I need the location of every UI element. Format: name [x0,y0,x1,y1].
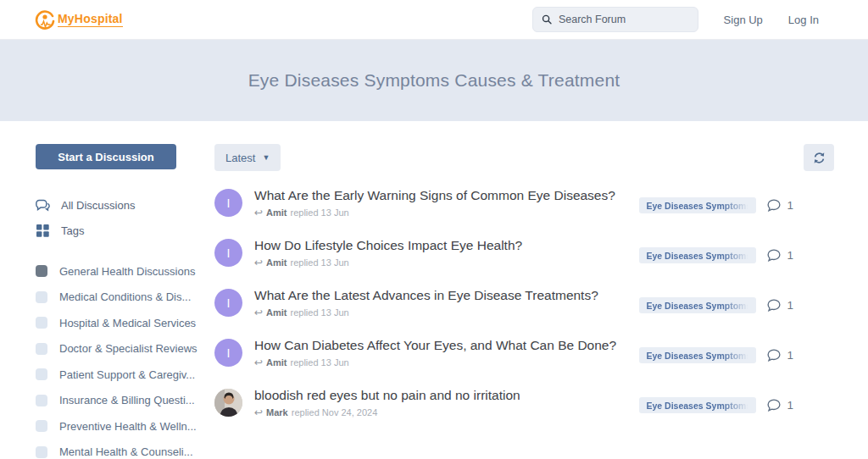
category-label: Preventive Health & Welln... [59,420,197,433]
avatar-letter: I [227,346,231,360]
comment-count[interactable]: 1 [767,249,793,262]
discussion-link[interactable]: How Can Diabetes Affect Your Eyes, and W… [242,338,639,368]
chevron-down-icon: ▼ [262,153,270,162]
replier-name: Amit [266,207,287,218]
search-input[interactable] [559,14,689,25]
page-title: Eye Diseases Symptoms Causes & Treatment [248,70,620,91]
sidebar-item-insurance-billing[interactable]: Insurance & Billing Questi... [36,388,209,414]
tag-badge[interactable]: Eye Diseases Symptoms Causes & Treatment [639,397,756,413]
discussion-meta: ↩ Amit replied 13 Jun [254,307,639,318]
discussion-link[interactable]: bloodish red eyes but no pain and no irr… [242,388,639,418]
comment-count[interactable]: 1 [767,349,793,362]
discussion-title: What Are the Latest Advances in Eye Dise… [254,288,639,303]
comment-bubble-icon [767,249,781,262]
tag-badge[interactable]: Eye Diseases Symptoms Causes & Treatment [639,347,756,363]
discussion-link[interactable]: How Do Lifestyle Choices Impact Eye Heal… [242,238,639,268]
discussion-list: I What Are the Early Warning Signs of Co… [214,188,834,418]
replied-time: replied 13 Jun [291,357,349,368]
tag-badge[interactable]: Eye Diseases Symptoms Causes & Treatment [639,247,756,263]
sidebar-item-tags[interactable]: Tags [36,218,209,243]
comment-count-value: 1 [787,349,793,362]
tag-swatch [36,265,47,277]
category-label: Insurance & Billing Questi... [59,394,195,406]
discussion-meta: ↩ Mark replied Nov 24, 2024 [254,406,639,418]
category-label: Mental Health & Counseli... [59,445,193,458]
tag-swatch [36,317,47,329]
comment-count[interactable]: 1 [767,199,793,212]
category-label: Doctor & Specialist Reviews [59,342,198,355]
start-discussion-button[interactable]: Start a Discussion [36,144,176,169]
discussion-title: How Can Diabetes Affect Your Eyes, and W… [254,338,639,353]
tag-swatch [36,291,47,303]
discussion-link[interactable]: What Are the Latest Advances in Eye Dise… [242,288,639,318]
reply-icon: ↩ [254,406,263,418]
discussion-side: Eye Diseases Symptoms Causes & Treatment… [639,392,834,418]
tag-badge[interactable]: Eye Diseases Symptoms Causes & Treatment [639,197,756,213]
tag-swatch [36,446,47,458]
discussion-side: Eye Diseases Symptoms Causes & Treatment… [639,292,834,318]
comment-bubble-icon [767,199,781,212]
tag-swatch [36,420,47,432]
replied-time: replied 13 Jun [291,307,349,318]
discussion-meta: ↩ Amit replied 13 Jun [254,257,639,268]
discussion-title: What Are the Early Warning Signs of Comm… [254,188,639,203]
avatar-letter: I [227,246,231,260]
reply-icon: ↩ [254,257,263,268]
sign-up-link[interactable]: Sign Up [724,14,763,26]
sidebar-item-hospital-services[interactable]: Hospital & Medical Services [36,310,209,336]
refresh-icon [812,151,826,165]
discussion-side: Eye Diseases Symptoms Causes & Treatment… [639,192,834,218]
discussion-title: How Do Lifestyle Choices Impact Eye Heal… [254,238,639,253]
comment-count[interactable]: 1 [767,299,793,312]
sidebar-nav: All Discussions Tags [36,192,209,243]
discussion-link[interactable]: What Are the Early Warning Signs of Comm… [242,188,639,218]
sidebar-item-medical-conditions[interactable]: Medical Conditions & Dis... [36,285,209,311]
tag-label: Eye Diseases Symptoms Causes & Treatment [646,401,749,411]
hero-banner: Eye Diseases Symptoms Causes & Treatment [0,40,868,121]
comment-bubble-icon [767,349,781,362]
tag-label: Eye Diseases Symptoms Causes & Treatment [646,201,749,211]
discussion-row: I What Are the Early Warning Signs of Co… [214,188,834,218]
comment-bubble-icon [767,299,781,312]
discussion-row: I How Can Diabetes Affect Your Eyes, and… [214,338,834,368]
comment-count-value: 1 [787,299,793,312]
sidebar-item-preventive-health[interactable]: Preventive Health & Welln... [36,413,209,440]
sort-label: Latest [225,152,255,164]
avatar[interactable]: I [214,189,242,217]
tag-swatch [36,368,47,380]
avatar[interactable]: I [214,339,242,367]
sidebar-item-general-health[interactable]: General Health Discussions [36,258,209,285]
refresh-button[interactable] [804,144,834,171]
sidebar-item-patient-support[interactable]: Patient Support & Caregiv... [36,362,209,388]
discussion-panel: Latest ▼ I What Are the Early Warnin [209,144,834,459]
user-photo-avatar[interactable] [214,389,242,417]
avatar[interactable]: I [214,239,242,267]
replier-name: Mark [266,407,288,418]
replier-name: Amit [266,257,287,268]
search-icon [542,14,552,25]
tag-badge[interactable]: Eye Diseases Symptoms Causes & Treatment [639,297,756,313]
comment-bubble-icon [767,399,781,412]
search-box[interactable] [532,7,698,32]
avatar[interactable]: I [214,289,242,317]
sidebar-item-mental-health[interactable]: Mental Health & Counseli... [36,440,209,459]
discussion-meta: ↩ Amit replied 13 Jun [254,207,639,218]
sidebar-item-doctor-reviews[interactable]: Doctor & Specialist Reviews [36,336,209,362]
sidebar-item-label: Tags [61,224,84,237]
discussion-side: Eye Diseases Symptoms Causes & Treatment… [639,342,834,368]
discussion-row: I How Do Lifestyle Choices Impact Eye He… [214,238,834,268]
tag-swatch [36,395,47,406]
discussion-title: bloodish red eyes but no pain and no irr… [254,388,639,403]
site-logo[interactable]: MyHospital [34,8,123,30]
list-toolbar: Latest ▼ [214,144,834,171]
category-list: General Health Discussions Medical Condi… [36,258,209,459]
avatar-letter: I [227,296,231,310]
sort-dropdown[interactable]: Latest ▼ [214,144,281,171]
sidebar: Start a Discussion All Discussions [36,144,209,459]
tag-label: Eye Diseases Symptoms Causes & Treatment [646,351,749,361]
comment-count[interactable]: 1 [767,399,793,412]
log-in-link[interactable]: Log In [788,14,819,26]
comment-count-value: 1 [787,249,793,262]
replied-time: replied 13 Jun [291,207,349,218]
sidebar-item-all-discussions[interactable]: All Discussions [36,192,209,218]
